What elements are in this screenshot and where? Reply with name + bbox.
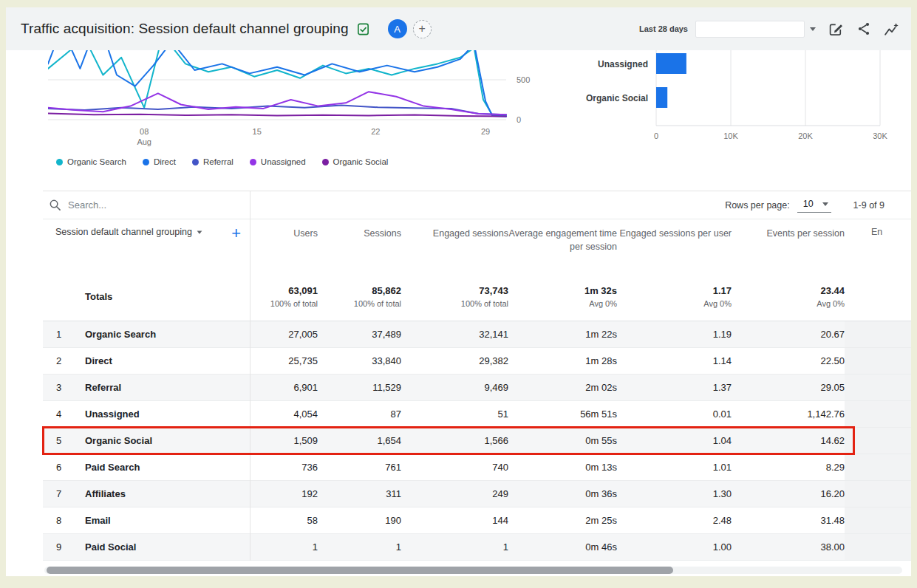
table-row: 5Organic Social1,5091,6541,5660m 55s1.04…	[43, 428, 911, 454]
svg-text:15: 15	[253, 127, 262, 136]
metric-value: 0m 13s	[508, 462, 617, 473]
metric-value: 8.29	[732, 462, 845, 473]
totals-subtext: Avg 0%	[617, 299, 732, 308]
metric-value: 1	[250, 541, 318, 553]
legend-label: Direct	[154, 157, 176, 166]
column-header[interactable]: Sessions	[318, 219, 401, 273]
totals-subtext: Avg 0%	[508, 299, 617, 308]
metric-value: 2m 25s	[508, 515, 617, 526]
metric-value: 27,005	[250, 329, 318, 340]
svg-text:Organic Social: Organic Social	[586, 93, 648, 103]
metric-value: 190	[318, 515, 401, 526]
insights-icon[interactable]	[884, 21, 899, 37]
avatar[interactable]: A	[388, 19, 407, 38]
totals-cell: 23.44Avg 0%	[732, 285, 845, 308]
totals-cell: 1.17Avg 0%	[617, 285, 732, 308]
channel-data-table: Rows per page: 10 1-9 of 9 Session defau…	[43, 191, 911, 574]
saved-report-icon[interactable]	[356, 22, 370, 36]
metric-value: 1,142.76	[732, 408, 845, 420]
partial-cell	[845, 375, 911, 400]
add-column-icon[interactable]: +	[231, 227, 241, 240]
metric-value: 1.04	[617, 435, 732, 446]
column-header-dimension[interactable]: Session default channel grouping +	[43, 219, 250, 273]
legend-item: Organic Social	[322, 157, 389, 166]
metric-value: 9,469	[401, 382, 508, 393]
metric-value: 37,489	[318, 329, 401, 340]
search-input[interactable]	[68, 199, 208, 211]
rows-per-page-select[interactable]: 10	[797, 197, 831, 213]
share-icon[interactable]	[856, 21, 871, 36]
svg-text:0: 0	[517, 115, 521, 124]
add-collaborator-button[interactable]: +	[413, 20, 432, 38]
row-index: 3	[56, 382, 74, 393]
svg-text:0: 0	[654, 131, 658, 140]
legend-item: Organic Search	[56, 157, 126, 166]
legend-dot-icon	[250, 159, 256, 165]
table-row: 6Paid Search7367617400m 13s1.018.29	[43, 454, 911, 481]
partial-cell	[845, 428, 911, 454]
metric-value: 0m 36s	[508, 488, 617, 499]
metric-value: 1.30	[617, 488, 732, 499]
totals-cell: 1m 32sAvg 0%	[508, 285, 617, 308]
partial-cell	[845, 401, 911, 427]
totals-subtext: Avg 0%	[732, 299, 845, 308]
chevron-down-icon[interactable]	[810, 27, 816, 31]
metric-value: 1.00	[617, 541, 732, 553]
svg-text:500: 500	[517, 75, 530, 84]
sessions-trend-line-chart: 500008Aug152229	[48, 50, 536, 149]
metric-value: 22.50	[732, 355, 845, 366]
metric-value: 740	[401, 462, 508, 473]
metric-value: 16.20	[732, 488, 845, 499]
date-range-selector[interactable]	[695, 21, 805, 38]
table-search[interactable]	[43, 199, 244, 211]
column-divider	[250, 191, 250, 561]
legend-dot-icon	[56, 159, 63, 165]
horizontal-scrollbar[interactable]	[44, 567, 902, 574]
svg-text:30K: 30K	[873, 131, 887, 140]
channel-cell: 1Organic Search	[43, 329, 250, 340]
metric-value: 31.48	[732, 515, 845, 526]
table-header-row: Session default channel grouping + Users…	[43, 219, 911, 273]
analytics-report-window: Traffic acquisition: Session default cha…	[6, 7, 911, 576]
metric-value: 56m 51s	[508, 408, 617, 420]
partial-cell	[845, 454, 911, 480]
totals-subtext: 100% of total	[250, 299, 318, 308]
svg-text:20K: 20K	[798, 131, 813, 140]
totals-cell: 63,091100% of total	[250, 285, 318, 308]
metric-value: 29.05	[732, 382, 845, 393]
column-header[interactable]: Engaged sessions	[401, 219, 508, 273]
metric-value: 29,382	[401, 355, 508, 366]
table-row: 3Referral6,90111,5299,4692m 02s1.3729.05	[43, 375, 911, 401]
channel-name: Referral	[85, 382, 121, 393]
column-header[interactable]: Users	[250, 219, 318, 273]
metric-value: 0m 46s	[508, 541, 617, 553]
totals-label: Totals	[43, 291, 250, 302]
column-header[interactable]: Average engagement time per session	[508, 219, 617, 273]
legend-dot-icon	[192, 159, 199, 165]
channel-cell: 7Affiliates	[43, 488, 250, 499]
totals-value: 1.17	[617, 285, 732, 296]
channel-cell: 9Paid Social	[43, 541, 250, 553]
svg-text:Aug: Aug	[137, 137, 151, 146]
svg-text:08: 08	[140, 127, 149, 136]
row-index: 8	[56, 515, 74, 526]
column-header[interactable]: Engaged sessions per user	[617, 219, 732, 273]
row-index: 7	[56, 488, 74, 499]
rows-per-page-label: Rows per page:	[725, 200, 790, 211]
metric-value: 1,654	[318, 435, 401, 446]
column-header[interactable]: Events per session	[732, 219, 845, 273]
legend-dot-icon	[322, 159, 329, 165]
legend-item: Direct	[143, 157, 176, 166]
charts-area: 500008Aug152229 010K20K30KUnassignedOrga…	[6, 50, 911, 191]
edit-report-icon[interactable]	[828, 21, 844, 37]
column-header-partial[interactable]: En	[845, 219, 911, 273]
metric-value: 51	[401, 408, 508, 420]
metric-value: 144	[401, 515, 508, 526]
legend-item: Unassigned	[250, 157, 306, 166]
horizontal-scrollbar-thumb[interactable]	[47, 567, 673, 574]
header-controls: Last 28 days	[639, 21, 899, 38]
metric-value: 311	[318, 488, 401, 499]
channel-cell: 8Email	[43, 515, 250, 526]
date-range-label[interactable]: Last 28 days	[639, 24, 688, 33]
totals-row: Totals 63,091100% of total85,862100% of …	[43, 273, 911, 321]
